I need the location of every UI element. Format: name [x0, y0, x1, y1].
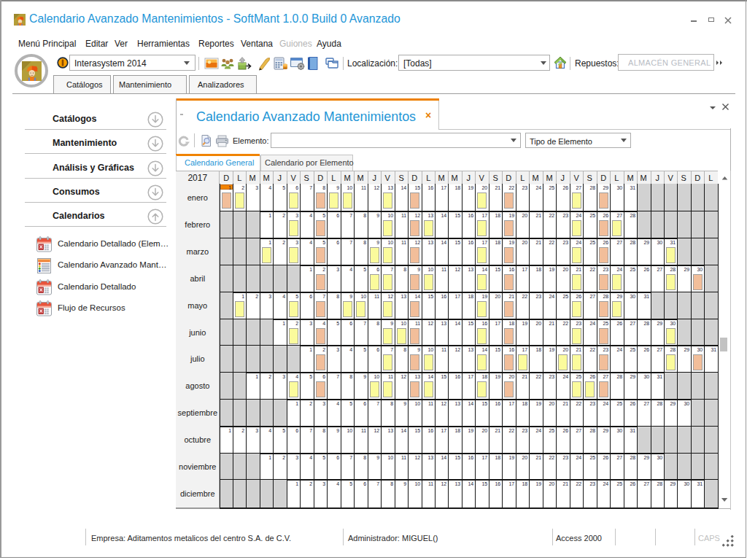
svg-text:12: 12 — [454, 347, 460, 352]
svg-text:17: 17 — [522, 267, 527, 272]
svg-text:14: 14 — [441, 455, 446, 460]
svg-text:6: 6 — [363, 401, 366, 406]
svg-text:11: 11 — [428, 401, 433, 406]
svg-text:21: 21 — [495, 185, 500, 190]
svg-text:8: 8 — [363, 240, 366, 245]
svg-text:29: 29 — [684, 347, 689, 352]
svg-text:2: 2 — [241, 428, 244, 433]
svg-text:10: 10 — [427, 347, 433, 352]
svg-text:27: 27 — [630, 321, 635, 326]
svg-text:V: V — [385, 174, 391, 182]
svg-text:13: 13 — [414, 374, 420, 379]
svg-text:10: 10 — [387, 213, 393, 218]
svg-text:20: 20 — [522, 213, 527, 218]
svg-text:6: 6 — [336, 455, 339, 460]
svg-text:16: 16 — [481, 321, 487, 326]
svg-text:23: 23 — [603, 347, 608, 352]
svg-text:14: 14 — [441, 240, 446, 245]
svg-text:29: 29 — [643, 240, 649, 245]
svg-text:20: 20 — [535, 321, 541, 326]
svg-text:21: 21 — [535, 213, 541, 218]
svg-text:26: 26 — [603, 240, 608, 245]
svg-text:23: 23 — [589, 401, 595, 406]
svg-text:2: 2 — [309, 401, 312, 406]
svg-text:4: 4 — [309, 240, 312, 245]
svg-text:22: 22 — [522, 294, 527, 299]
svg-text:7: 7 — [309, 428, 312, 433]
svg-text:8: 8 — [363, 455, 366, 460]
svg-text:1: 1 — [228, 428, 231, 433]
svg-text:15: 15 — [427, 294, 433, 299]
svg-text:26: 26 — [603, 455, 608, 460]
svg-text:11: 11 — [374, 294, 379, 299]
svg-text:12: 12 — [454, 267, 460, 272]
svg-text:16: 16 — [427, 428, 433, 433]
svg-text:9: 9 — [403, 401, 406, 406]
svg-text:4: 4 — [309, 455, 312, 460]
svg-text:D: D — [317, 174, 323, 182]
svg-text:9: 9 — [336, 428, 339, 433]
svg-text:12: 12 — [427, 321, 433, 326]
svg-text:5: 5 — [295, 294, 298, 299]
svg-text:11: 11 — [401, 240, 406, 245]
svg-text:13: 13 — [454, 401, 460, 406]
svg-text:2: 2 — [268, 374, 271, 379]
svg-text:19: 19 — [522, 321, 527, 326]
svg-text:13: 13 — [387, 185, 393, 190]
svg-text:20: 20 — [549, 481, 554, 486]
svg-text:11: 11 — [428, 481, 433, 486]
svg-text:5: 5 — [363, 347, 366, 352]
svg-text:7: 7 — [376, 481, 379, 486]
svg-text:25: 25 — [616, 401, 622, 406]
svg-text:J: J — [372, 174, 376, 182]
svg-text:27: 27 — [589, 294, 595, 299]
svg-text:9: 9 — [363, 374, 366, 379]
svg-text:22: 22 — [508, 428, 514, 433]
svg-text:V: V — [574, 174, 580, 182]
svg-text:10: 10 — [347, 428, 352, 433]
svg-text:31: 31 — [670, 240, 676, 245]
svg-text:S: S — [587, 174, 592, 182]
svg-text:S: S — [304, 174, 309, 182]
svg-text:23: 23 — [562, 455, 568, 460]
svg-text:28: 28 — [630, 213, 635, 218]
svg-text:19: 19 — [508, 455, 514, 460]
svg-text:9: 9 — [336, 185, 339, 190]
svg-text:16: 16 — [427, 185, 433, 190]
svg-text:8: 8 — [376, 321, 379, 326]
svg-text:18: 18 — [495, 213, 500, 218]
svg-text:D: D — [223, 174, 229, 182]
svg-text:22: 22 — [576, 401, 581, 406]
svg-text:30: 30 — [670, 321, 676, 326]
svg-text:M: M — [640, 174, 647, 182]
svg-text:31: 31 — [697, 481, 703, 486]
svg-text:21: 21 — [508, 294, 514, 299]
svg-text:18: 18 — [468, 294, 473, 299]
svg-text:1: 1 — [228, 185, 231, 190]
svg-text:29: 29 — [684, 267, 689, 272]
svg-text:agosto: agosto — [185, 381, 209, 390]
svg-text:5: 5 — [349, 401, 352, 406]
svg-text:1: 1 — [309, 347, 312, 352]
svg-text:7: 7 — [349, 455, 352, 460]
svg-text:15: 15 — [495, 267, 500, 272]
svg-text:M: M — [357, 174, 364, 182]
svg-text:10: 10 — [427, 267, 433, 272]
svg-text:M: M — [249, 174, 256, 182]
svg-text:24: 24 — [616, 267, 622, 272]
svg-text:25: 25 — [562, 294, 568, 299]
svg-text:27: 27 — [657, 347, 662, 352]
svg-text:4: 4 — [322, 321, 325, 326]
svg-text:2: 2 — [322, 347, 325, 352]
svg-text:9: 9 — [417, 267, 420, 272]
svg-text:4: 4 — [336, 401, 339, 406]
svg-text:6: 6 — [349, 321, 352, 326]
svg-text:3: 3 — [295, 213, 298, 218]
svg-text:8: 8 — [403, 267, 406, 272]
svg-text:27: 27 — [643, 401, 649, 406]
svg-text:8: 8 — [390, 481, 393, 486]
svg-text:27: 27 — [616, 240, 622, 245]
svg-text:5: 5 — [336, 321, 339, 326]
svg-text:11: 11 — [415, 321, 420, 326]
svg-text:20: 20 — [495, 294, 500, 299]
